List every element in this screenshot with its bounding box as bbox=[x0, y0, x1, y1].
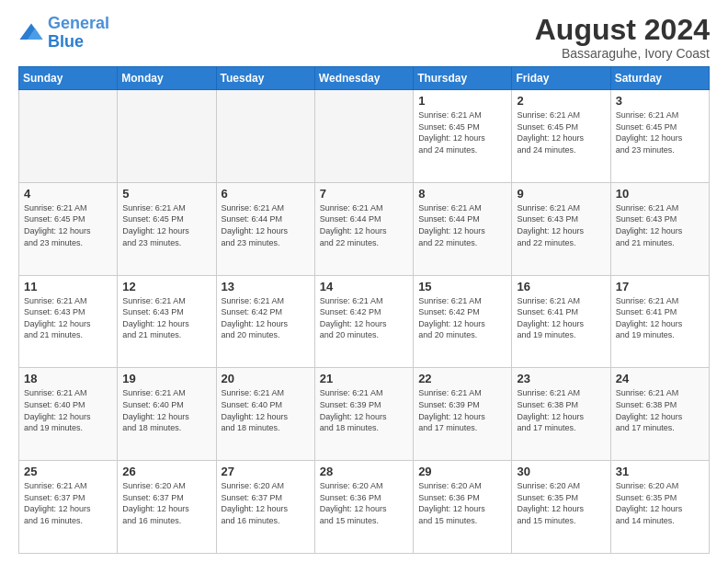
day-number: 19 bbox=[122, 372, 210, 385]
calendar-cell: 1Sunrise: 6:21 AM Sunset: 6:45 PM Daylig… bbox=[414, 90, 512, 183]
day-info: Sunrise: 6:21 AM Sunset: 6:45 PM Dayligh… bbox=[122, 202, 210, 248]
day-info: Sunrise: 6:21 AM Sunset: 6:43 PM Dayligh… bbox=[24, 295, 112, 341]
day-number: 28 bbox=[320, 465, 408, 478]
calendar-cell: 18Sunrise: 6:21 AM Sunset: 6:40 PM Dayli… bbox=[19, 368, 118, 461]
day-number: 10 bbox=[616, 187, 704, 201]
day-number: 12 bbox=[122, 280, 210, 293]
day-info: Sunrise: 6:21 AM Sunset: 6:37 PM Dayligh… bbox=[24, 480, 112, 526]
day-info: Sunrise: 6:21 AM Sunset: 6:42 PM Dayligh… bbox=[418, 295, 506, 341]
calendar-header-wednesday: Wednesday bbox=[314, 67, 413, 90]
calendar-cell: 28Sunrise: 6:20 AM Sunset: 6:36 PM Dayli… bbox=[314, 461, 413, 554]
calendar-cell: 21Sunrise: 6:21 AM Sunset: 6:39 PM Dayli… bbox=[314, 368, 413, 461]
calendar-cell: 15Sunrise: 6:21 AM Sunset: 6:42 PM Dayli… bbox=[414, 275, 512, 368]
day-number: 23 bbox=[517, 372, 605, 385]
title-block: August 2024 Bassaraguhe, Ivory Coast bbox=[535, 15, 710, 61]
calendar-header-friday: Friday bbox=[512, 67, 610, 90]
day-info: Sunrise: 6:21 AM Sunset: 6:39 PM Dayligh… bbox=[320, 387, 408, 433]
page: General Blue August 2024 Bassaraguhe, Iv… bbox=[0, 0, 728, 563]
calendar-cell: 25Sunrise: 6:21 AM Sunset: 6:37 PM Dayli… bbox=[19, 461, 118, 554]
day-number: 31 bbox=[616, 465, 704, 478]
day-info: Sunrise: 6:21 AM Sunset: 6:42 PM Dayligh… bbox=[320, 295, 408, 341]
calendar-cell: 4Sunrise: 6:21 AM Sunset: 6:45 PM Daylig… bbox=[19, 182, 118, 275]
day-number: 11 bbox=[24, 280, 112, 293]
day-info: Sunrise: 6:21 AM Sunset: 6:39 PM Dayligh… bbox=[418, 387, 506, 433]
day-number: 4 bbox=[24, 187, 112, 201]
day-number: 1 bbox=[418, 94, 506, 108]
day-info: Sunrise: 6:21 AM Sunset: 6:44 PM Dayligh… bbox=[222, 202, 310, 248]
calendar-cell: 27Sunrise: 6:20 AM Sunset: 6:37 PM Dayli… bbox=[216, 461, 314, 554]
calendar-cell: 14Sunrise: 6:21 AM Sunset: 6:42 PM Dayli… bbox=[314, 275, 413, 368]
day-info: Sunrise: 6:20 AM Sunset: 6:35 PM Dayligh… bbox=[616, 480, 704, 526]
day-info: Sunrise: 6:21 AM Sunset: 6:38 PM Dayligh… bbox=[616, 387, 704, 433]
calendar-cell: 12Sunrise: 6:21 AM Sunset: 6:43 PM Dayli… bbox=[118, 275, 216, 368]
calendar-week-2: 4Sunrise: 6:21 AM Sunset: 6:45 PM Daylig… bbox=[19, 182, 710, 275]
day-info: Sunrise: 6:21 AM Sunset: 6:45 PM Dayligh… bbox=[616, 109, 704, 155]
day-number: 24 bbox=[616, 372, 704, 385]
day-number: 14 bbox=[320, 280, 408, 293]
calendar-cell: 24Sunrise: 6:21 AM Sunset: 6:38 PM Dayli… bbox=[610, 368, 709, 461]
day-number: 13 bbox=[222, 280, 310, 293]
calendar-header-sunday: Sunday bbox=[19, 67, 118, 90]
calendar-table: SundayMondayTuesdayWednesdayThursdayFrid… bbox=[18, 66, 710, 554]
day-info: Sunrise: 6:21 AM Sunset: 6:43 PM Dayligh… bbox=[616, 202, 704, 248]
month-title: August 2024 bbox=[535, 15, 710, 44]
calendar-cell: 8Sunrise: 6:21 AM Sunset: 6:44 PM Daylig… bbox=[414, 182, 512, 275]
header: General Blue August 2024 Bassaraguhe, Iv… bbox=[18, 15, 710, 61]
day-number: 26 bbox=[122, 465, 210, 478]
day-info: Sunrise: 6:20 AM Sunset: 6:35 PM Dayligh… bbox=[517, 480, 605, 526]
day-number: 27 bbox=[222, 465, 310, 478]
calendar-cell: 19Sunrise: 6:21 AM Sunset: 6:40 PM Dayli… bbox=[118, 368, 216, 461]
logo-line1: General bbox=[48, 14, 109, 32]
day-number: 22 bbox=[418, 372, 506, 385]
calendar-cell: 5Sunrise: 6:21 AM Sunset: 6:45 PM Daylig… bbox=[118, 182, 216, 275]
day-info: Sunrise: 6:21 AM Sunset: 6:41 PM Dayligh… bbox=[616, 295, 704, 341]
day-info: Sunrise: 6:20 AM Sunset: 6:36 PM Dayligh… bbox=[320, 480, 408, 526]
day-number: 2 bbox=[517, 94, 605, 108]
calendar-cell bbox=[19, 90, 118, 183]
day-number: 3 bbox=[616, 94, 704, 108]
day-info: Sunrise: 6:20 AM Sunset: 6:36 PM Dayligh… bbox=[418, 480, 506, 526]
calendar-header-saturday: Saturday bbox=[610, 67, 709, 90]
calendar-cell: 26Sunrise: 6:20 AM Sunset: 6:37 PM Dayli… bbox=[118, 461, 216, 554]
day-number: 15 bbox=[418, 280, 506, 293]
calendar-cell: 10Sunrise: 6:21 AM Sunset: 6:43 PM Dayli… bbox=[610, 182, 709, 275]
day-number: 5 bbox=[122, 187, 210, 201]
calendar-cell: 22Sunrise: 6:21 AM Sunset: 6:39 PM Dayli… bbox=[414, 368, 512, 461]
day-number: 20 bbox=[222, 372, 310, 385]
calendar-cell: 30Sunrise: 6:20 AM Sunset: 6:35 PM Dayli… bbox=[512, 461, 610, 554]
day-info: Sunrise: 6:21 AM Sunset: 6:44 PM Dayligh… bbox=[418, 202, 506, 248]
day-info: Sunrise: 6:21 AM Sunset: 6:40 PM Dayligh… bbox=[122, 387, 210, 433]
logo-text: General Blue bbox=[48, 15, 109, 52]
calendar-cell: 31Sunrise: 6:20 AM Sunset: 6:35 PM Dayli… bbox=[610, 461, 709, 554]
day-info: Sunrise: 6:21 AM Sunset: 6:43 PM Dayligh… bbox=[122, 295, 210, 341]
day-info: Sunrise: 6:20 AM Sunset: 6:37 PM Dayligh… bbox=[122, 480, 210, 526]
day-info: Sunrise: 6:20 AM Sunset: 6:37 PM Dayligh… bbox=[222, 480, 310, 526]
calendar-header-thursday: Thursday bbox=[414, 67, 512, 90]
calendar-cell: 11Sunrise: 6:21 AM Sunset: 6:43 PM Dayli… bbox=[19, 275, 118, 368]
day-number: 30 bbox=[517, 465, 605, 478]
day-info: Sunrise: 6:21 AM Sunset: 6:41 PM Dayligh… bbox=[517, 295, 605, 341]
logo: General Blue bbox=[18, 15, 109, 52]
calendar-week-4: 18Sunrise: 6:21 AM Sunset: 6:40 PM Dayli… bbox=[19, 368, 710, 461]
day-info: Sunrise: 6:21 AM Sunset: 6:42 PM Dayligh… bbox=[222, 295, 310, 341]
day-info: Sunrise: 6:21 AM Sunset: 6:45 PM Dayligh… bbox=[517, 109, 605, 155]
day-info: Sunrise: 6:21 AM Sunset: 6:40 PM Dayligh… bbox=[222, 387, 310, 433]
calendar-week-5: 25Sunrise: 6:21 AM Sunset: 6:37 PM Dayli… bbox=[19, 461, 710, 554]
calendar-week-3: 11Sunrise: 6:21 AM Sunset: 6:43 PM Dayli… bbox=[19, 275, 710, 368]
day-number: 17 bbox=[616, 280, 704, 293]
day-number: 9 bbox=[517, 187, 605, 201]
calendar-cell: 2Sunrise: 6:21 AM Sunset: 6:45 PM Daylig… bbox=[512, 90, 610, 183]
calendar-cell: 6Sunrise: 6:21 AM Sunset: 6:44 PM Daylig… bbox=[216, 182, 314, 275]
calendar-cell bbox=[216, 90, 314, 183]
calendar-header-monday: Monday bbox=[118, 67, 216, 90]
logo-line2: Blue bbox=[48, 32, 84, 51]
day-number: 18 bbox=[24, 372, 112, 385]
day-info: Sunrise: 6:21 AM Sunset: 6:40 PM Dayligh… bbox=[24, 387, 112, 433]
calendar-cell bbox=[314, 90, 413, 183]
day-number: 16 bbox=[517, 280, 605, 293]
day-number: 21 bbox=[320, 372, 408, 385]
logo-icon bbox=[18, 20, 44, 46]
day-info: Sunrise: 6:21 AM Sunset: 6:45 PM Dayligh… bbox=[418, 109, 506, 155]
calendar-cell: 20Sunrise: 6:21 AM Sunset: 6:40 PM Dayli… bbox=[216, 368, 314, 461]
calendar-cell: 23Sunrise: 6:21 AM Sunset: 6:38 PM Dayli… bbox=[512, 368, 610, 461]
